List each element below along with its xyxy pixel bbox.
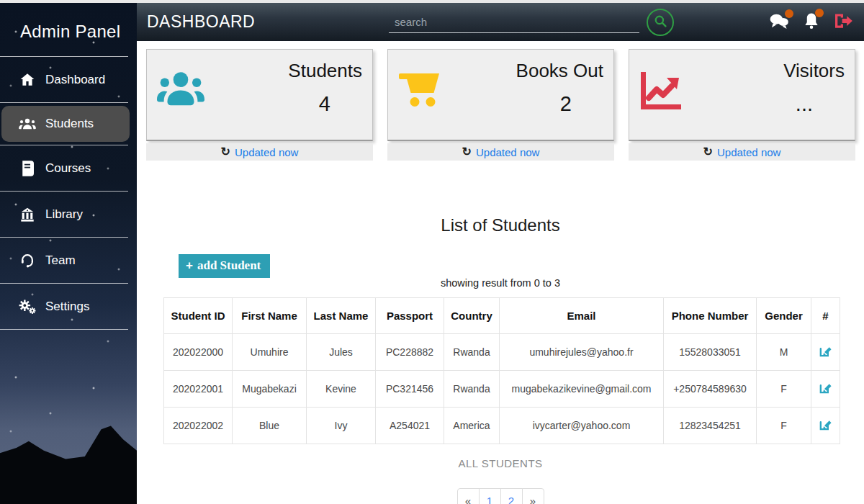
column-header: Last Name [307, 298, 376, 334]
card-title: Books Out [464, 60, 603, 82]
sidebar-item-courses[interactable]: Courses [0, 145, 137, 191]
gears-icon [19, 298, 36, 315]
card-value: ... [706, 92, 845, 116]
table-cell: A254021 [376, 408, 444, 444]
stat-card-books-body[interactable]: Books Out 2 [387, 49, 614, 141]
search-button[interactable] [647, 9, 674, 36]
table-cell: Rwanda [444, 334, 500, 371]
pagination-page-2[interactable]: 2 [500, 488, 523, 504]
table-cell: +250784589630 [664, 371, 757, 408]
main-content: Students 4 ↻ Updated now Books Out 2 [137, 41, 864, 504]
sidebar-item-students[interactable]: Students [1, 106, 130, 142]
edit-action-cell[interactable] [811, 408, 840, 444]
students-table: Student IDFirst NameLast NamePassportCou… [163, 297, 840, 444]
stat-cards-row: Students 4 ↻ Updated now Books Out 2 [137, 41, 864, 161]
column-header: Passport [376, 298, 444, 334]
sidebar-item-label: Courses [45, 161, 91, 176]
column-header: Phone Number [664, 298, 757, 334]
table-toolbar: + add Student showing result from 0 to 3 [137, 254, 864, 294]
add-student-label: add Student [197, 258, 261, 273]
sidebar-item-label: Dashboard [45, 73, 105, 87]
refresh-icon: ↻ [703, 146, 713, 158]
sidebar-item-library[interactable]: Library [0, 192, 137, 237]
add-student-button[interactable]: + add Student [179, 254, 270, 278]
column-header: Gender [757, 298, 811, 334]
pagination: « 1 2 » [137, 488, 864, 504]
edit-action-cell[interactable] [811, 334, 840, 371]
card-footer-refresh[interactable]: ↻ Updated now [146, 143, 373, 161]
mountain-silhouette [0, 419, 137, 504]
logout-icon[interactable] [834, 13, 852, 32]
card-footer-refresh[interactable]: ↻ Updated now [387, 143, 614, 161]
edit-icon[interactable] [819, 381, 832, 395]
sidebar-item-label: Team [45, 253, 76, 268]
table-cell: F [757, 408, 811, 444]
sidebar-item-label: Settings [45, 300, 89, 314]
updated-now-label: Updated now [235, 146, 298, 158]
table-cell: 202022001 [164, 371, 233, 408]
table-cell: America [444, 408, 500, 444]
stat-card-students: Students 4 ↻ Updated now [146, 49, 373, 161]
cart-icon [398, 58, 464, 131]
pagination-next[interactable]: » [522, 488, 544, 504]
table-cell: 202022000 [164, 334, 233, 371]
table-cell: mugabekazikevine@gmail.com [500, 371, 664, 408]
sidebar-item-dashboard[interactable]: Dashboard [0, 57, 137, 102]
card-title: Students [223, 60, 362, 82]
table-cell: Blue [233, 408, 307, 444]
column-header: First Name [233, 298, 307, 334]
chat-icon[interactable] [769, 13, 789, 32]
section-heading: List of Students [137, 215, 864, 235]
table-cell: 202022002 [164, 408, 233, 444]
card-title: Visitors [706, 60, 845, 82]
pagination-page-1[interactable]: 1 [479, 488, 501, 504]
card-footer-refresh[interactable]: ↻ Updated now [629, 143, 855, 161]
updated-now-label: Updated now [717, 146, 780, 158]
book-icon [19, 160, 36, 177]
stat-card-students-body[interactable]: Students 4 [146, 49, 373, 141]
table-cell: umuhirejules@yahoo.fr [500, 334, 664, 371]
table-cell: Ivy [307, 408, 376, 444]
library-building-icon [19, 206, 36, 223]
page-title: DASHBOARD [147, 12, 255, 32]
chart-line-icon [639, 58, 706, 131]
table-cell: M [757, 334, 811, 371]
edit-action-cell[interactable] [811, 371, 840, 408]
headset-icon [19, 252, 36, 269]
table-row: 202022000UmuhireJulesPC228882Rwandaumuhi… [164, 334, 840, 371]
table-cell: Umuhire [233, 334, 307, 371]
bell-icon[interactable] [804, 12, 819, 32]
app-title: Admin Panel [0, 3, 137, 42]
card-value: 2 [464, 92, 603, 116]
column-header: Email [500, 298, 664, 334]
divider [0, 102, 128, 103]
table-row: 202022001MugabekaziKevinePC321456Rwandam… [164, 371, 840, 408]
plus-icon: + [186, 258, 193, 273]
table-row: 202022002BlueIvyA254021Americaivycarter@… [164, 408, 840, 444]
table-header-row: Student IDFirst NameLast NamePassportCou… [164, 298, 840, 334]
window-top-strip [0, 0, 864, 3]
search-icon [654, 14, 667, 30]
sidebar-item-team[interactable]: Team [0, 238, 137, 283]
edit-icon[interactable] [819, 344, 832, 358]
users-icon [19, 115, 36, 132]
card-value: 4 [223, 92, 362, 116]
home-icon [19, 71, 36, 89]
edit-icon[interactable] [819, 418, 832, 431]
search-input[interactable] [389, 12, 639, 33]
sidebar-item-label: Library [45, 207, 83, 222]
divider [0, 329, 128, 330]
topbar: DASHBOARD [137, 3, 864, 41]
table-footer-text: ALL STUDENTS [137, 457, 864, 469]
table-cell: Kevine [307, 371, 376, 408]
updated-now-label: Updated now [476, 146, 539, 158]
column-header: Student ID [164, 298, 233, 334]
table-cell: PC321456 [376, 371, 444, 408]
pagination-prev[interactable]: « [457, 488, 480, 504]
table-cell: Jules [307, 334, 376, 371]
sidebar: Admin Panel Dashboard Students Courses [0, 3, 137, 504]
table-cell: Mugabekazi [233, 371, 307, 408]
notification-badge [785, 9, 793, 18]
stat-card-visitors-body[interactable]: Visitors ... [629, 49, 855, 141]
sidebar-item-settings[interactable]: Settings [0, 284, 137, 329]
